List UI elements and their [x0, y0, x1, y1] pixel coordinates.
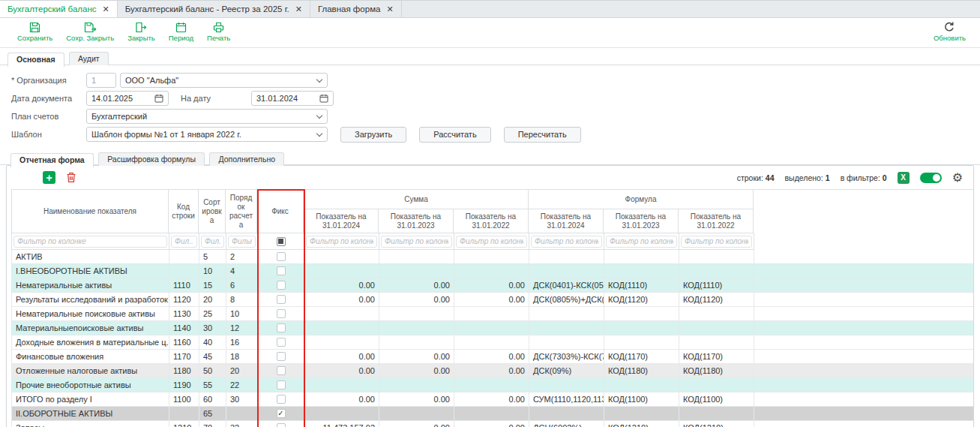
calendar-icon	[175, 21, 187, 33]
tab-primary[interactable]: Основная	[7, 53, 64, 67]
gear-icon[interactable]: ⚙	[952, 172, 963, 184]
fix-checkbox[interactable]	[277, 338, 286, 347]
table-row[interactable]: АКТИВ 5 2	[11, 250, 973, 264]
recalculate-button[interactable]: Пересчитать	[504, 127, 581, 143]
col-header-name[interactable]: Наименование показателя	[11, 190, 169, 233]
fix-checkbox[interactable]	[277, 309, 286, 318]
save-button[interactable]: Сохранить	[10, 20, 59, 43]
table-row[interactable]: II.ОБОРОТНЫЕ АКТИВЫ 65	[11, 407, 973, 421]
col-header-code[interactable]: Код строки	[169, 190, 199, 233]
table-row[interactable]: Нематериальные активы 1110 15 6 0.00 0.0…	[11, 278, 973, 293]
tab-formula-decode[interactable]: Расшифровка формулы	[98, 152, 205, 166]
col-header-order[interactable]: Порядок расчета	[226, 190, 257, 233]
cell-formula-2022: КОД(1180)	[679, 364, 754, 377]
filter-formula-2023-input[interactable]	[606, 236, 677, 248]
table-row[interactable]: Отложенные налоговые активы 1180 50 20 0…	[11, 364, 973, 378]
cell-formula-2023: КОД(1100)	[604, 392, 679, 406]
cell-formula-2022	[679, 321, 754, 335]
filter-order-input[interactable]	[228, 236, 256, 248]
cell-sum-2023: 0.00	[379, 278, 454, 292]
col-header-sum-2023[interactable]: Показатель на 31.01.2023	[379, 209, 454, 233]
doc-date-field[interactable]: 14.01.2025	[86, 91, 169, 106]
cell-indicator-name: Финансовые вложения	[12, 350, 169, 363]
chevron-down-icon	[316, 112, 322, 118]
fix-checkbox[interactable]	[277, 252, 286, 261]
fix-checkbox[interactable]	[277, 409, 286, 418]
cell-sum-2024	[304, 321, 379, 335]
cell-sum-2023: 0.00	[379, 421, 454, 427]
cell-sum-2023	[379, 335, 454, 349]
print-button[interactable]: Печать	[200, 20, 237, 43]
col-header-formula-2024[interactable]: Показатель на 31.01.2024	[529, 209, 604, 233]
calendar-icon[interactable]	[319, 94, 328, 103]
fix-checkbox[interactable]	[277, 395, 286, 404]
fix-checkbox[interactable]	[277, 323, 286, 332]
col-header-fix[interactable]: Фикс	[257, 190, 304, 233]
cell-fix	[258, 364, 304, 377]
refresh-label: Обновить	[934, 34, 966, 42]
table-row[interactable]: Доходные вложения в материальные ц... 11…	[11, 335, 973, 350]
period-button[interactable]: Период	[162, 20, 200, 43]
calendar-icon[interactable]	[154, 94, 163, 103]
cell-formula-2022	[679, 307, 754, 320]
fix-checkbox[interactable]	[277, 281, 286, 290]
filter-toggle[interactable]	[920, 173, 942, 183]
table-row[interactable]: I.ВНЕОБОРОТНЫЕ АКТИВЫ 10 4	[11, 264, 973, 278]
window-tab-balance[interactable]: Бухгалтерский баланс ✕	[0, 1, 118, 17]
tab-audit[interactable]: Аудит	[69, 52, 109, 65]
calculate-button[interactable]: Рассчитать	[419, 127, 490, 143]
cell-formula-2023: КОД(1210)	[604, 421, 679, 427]
organization-select[interactable]: ООО "Альфа"	[120, 73, 328, 88]
fix-checkbox[interactable]	[277, 380, 286, 389]
fix-filter-checkbox[interactable]	[277, 237, 286, 246]
table-row[interactable]: Материальныепоисковые активы 1140 30 12	[11, 321, 973, 335]
filter-sort-input[interactable]	[201, 236, 224, 248]
load-button[interactable]: Загрузить	[340, 127, 406, 143]
cell-calc-order: 20	[226, 364, 258, 377]
fix-checkbox[interactable]	[277, 352, 286, 361]
table-row[interactable]: Прочие внеоборотные активы 1190 55 22	[11, 378, 973, 392]
window-tab-main-form[interactable]: Главная форма ✕	[310, 1, 402, 17]
col-header-sum-2022[interactable]: Показатель на 31.01.2022	[454, 209, 529, 233]
cell-indicator-name: Нематериальные поисковые активы	[12, 307, 169, 320]
on-date-field[interactable]: 31.01.2024	[251, 91, 334, 106]
tab-report-form[interactable]: Отчетная форма	[10, 153, 94, 167]
save-close-button[interactable]: Сохр. Закрыть	[59, 20, 121, 43]
chart-of-accounts-value: Бухгалтерский	[91, 112, 147, 121]
chart-of-accounts-select[interactable]: Бухгалтерский	[86, 109, 328, 124]
organization-code-field[interactable]: 1	[86, 73, 116, 88]
table-row[interactable]: Результаты исследований и разработок 112…	[11, 293, 973, 307]
window-tab-registry[interactable]: Бухгалтерский баланс - Реестр за 2025 г.…	[118, 1, 310, 17]
filter-formula-2022-input[interactable]	[681, 236, 752, 248]
tab-additional[interactable]: Дополнительно	[209, 152, 284, 166]
delete-row-button[interactable]	[64, 171, 78, 185]
filter-sum-2023-input[interactable]	[381, 236, 452, 248]
tab-close-icon[interactable]: ✕	[103, 5, 109, 14]
fix-checkbox[interactable]	[277, 423, 286, 427]
filter-sum-2022-input[interactable]	[456, 236, 527, 248]
filter-sum-2024-input[interactable]	[306, 236, 377, 248]
close-button[interactable]: Закрыть	[121, 20, 162, 43]
table-row[interactable]: Запасы 1210 70 32 11 473 157.92 0.00 0.0…	[11, 421, 973, 427]
fix-checkbox[interactable]	[277, 266, 286, 275]
table-row[interactable]: ИТОГО по разделу I 1100 60 30 0.00 0.00 …	[11, 392, 973, 407]
tab-close-icon[interactable]: ✕	[295, 5, 302, 14]
add-row-button[interactable]: +	[43, 171, 55, 184]
fix-checkbox[interactable]	[277, 366, 286, 375]
excel-export-icon[interactable]: X	[898, 172, 910, 184]
filter-code-input[interactable]	[171, 236, 197, 248]
col-header-formula-2022[interactable]: Показатель на 31.01.2022	[679, 209, 754, 233]
col-header-sort[interactable]: Сортировка	[199, 190, 226, 233]
table-row[interactable]: Нематериальные поисковые активы 1130 25 …	[11, 307, 973, 321]
table-row[interactable]: Финансовые вложения 1170 45 18 0.00 0.00…	[11, 350, 973, 364]
report-tabs: Отчетная форма Расшифровка формулы Допол…	[0, 149, 980, 165]
col-header-sum-2024[interactable]: Показатель на 31.01.2024	[304, 209, 379, 233]
tab-close-icon[interactable]: ✕	[386, 5, 393, 14]
save-icon	[29, 21, 40, 33]
col-header-formula-2023[interactable]: Показатель на 31.01.2023	[604, 209, 679, 233]
fix-checkbox[interactable]	[277, 295, 286, 304]
template-select[interactable]: Шаблон формы №1 от 1 января 2022 г.	[86, 127, 328, 142]
refresh-button[interactable]: Обновить	[927, 20, 973, 43]
filter-name-input[interactable]	[13, 236, 167, 248]
filter-formula-2024-input[interactable]	[531, 236, 602, 248]
